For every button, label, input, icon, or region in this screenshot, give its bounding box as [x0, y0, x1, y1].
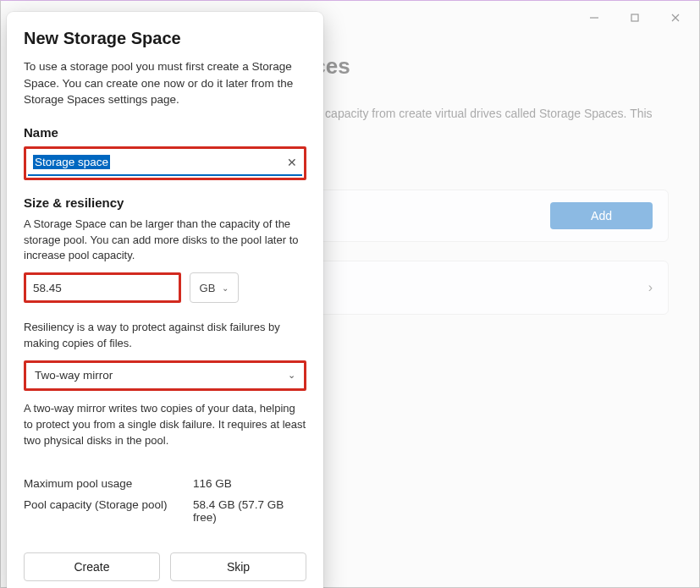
dialog-description: To use a storage pool you must first cre… [24, 58, 306, 108]
maximize-icon [630, 13, 640, 23]
resiliency-select[interactable]: Two-way mirror ⌄ [26, 363, 304, 388]
unit-select-value: GB [200, 282, 216, 294]
dialog-title: New Storage Space [24, 29, 306, 48]
max-usage-label: Maximum pool usage [24, 477, 193, 490]
minimize-icon [589, 13, 599, 23]
close-button[interactable] [657, 5, 694, 30]
svg-rect-0 [631, 14, 638, 21]
minimize-button[interactable] [576, 5, 613, 30]
name-field-highlight: Storage space ✕ [24, 146, 306, 180]
create-button[interactable]: Create [24, 552, 160, 581]
pool-capacity-label: Pool capacity (Storage pool) [24, 498, 193, 524]
resiliency-select-value: Two-way mirror [35, 369, 113, 382]
resiliency-description: Resiliency is a way to protect against d… [24, 320, 306, 352]
close-icon [670, 13, 681, 23]
size-resiliency-heading: Size & resiliency [24, 195, 306, 210]
add-button[interactable]: Add [550, 202, 653, 229]
unit-select[interactable]: GB ⌄ [190, 272, 239, 303]
max-usage-value: 116 GB [193, 477, 306, 490]
chevron-right-icon: › [648, 280, 653, 295]
size-field-highlight [24, 272, 181, 303]
clear-input-button[interactable]: ✕ [287, 156, 297, 169]
size-input[interactable] [26, 275, 179, 300]
resiliency-explain: A two-way mirror writes two copies of yo… [24, 401, 306, 449]
pool-capacity-value: 58.4 GB (57.7 GB free) [193, 498, 306, 524]
new-storage-space-dialog: New Storage Space To use a storage pool … [7, 12, 323, 588]
size-description: A Storage Space can be larger than the c… [24, 217, 306, 265]
skip-button[interactable]: Skip [170, 552, 306, 581]
chevron-down-icon: ⌄ [222, 283, 229, 293]
chevron-down-icon: ⌄ [288, 370, 295, 381]
resiliency-field-highlight: Two-way mirror ⌄ [24, 360, 306, 391]
name-label: Name [24, 125, 306, 140]
name-input[interactable]: Storage space ✕ [28, 151, 302, 176]
pool-stats: Maximum pool usage 116 GB Pool capacity … [24, 477, 306, 524]
name-input-value: Storage space [33, 155, 110, 169]
maximize-button[interactable] [616, 5, 653, 30]
